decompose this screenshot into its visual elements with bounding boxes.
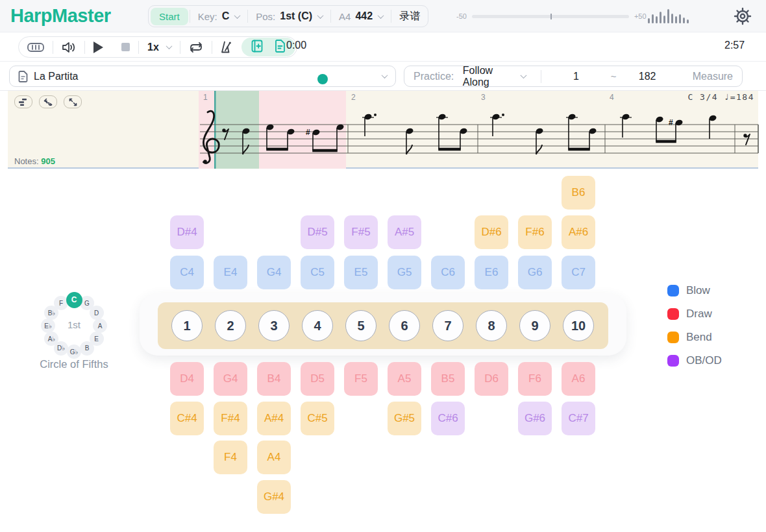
detune-max-label: +50: [634, 12, 647, 20]
tuning-value: 442: [355, 10, 373, 22]
speaker-icon: [62, 42, 76, 53]
legend-item-bend: Bend: [667, 331, 712, 344]
note-cell-C4[interactable]: C4: [170, 256, 204, 289]
record-score-button[interactable]: 录谱: [391, 6, 428, 27]
hole-8[interactable]: 8: [476, 310, 507, 341]
circle-of-fifths-caption: Circle of Fifths: [12, 358, 136, 370]
note-cell-D6[interactable]: D6: [475, 362, 508, 396]
start-button[interactable]: Start: [151, 8, 188, 25]
note-cell-A#4[interactable]: A#4: [257, 402, 291, 435]
sheet-view-button[interactable]: [275, 40, 286, 55]
note-cell-A5[interactable]: A5: [388, 362, 421, 396]
hole-6[interactable]: 6: [389, 310, 420, 341]
cof-key-D[interactable]: D: [90, 306, 104, 320]
measure-to-input[interactable]: 182: [617, 71, 678, 82]
cof-key-A[interactable]: A: [93, 319, 107, 333]
note-cell-G4[interactable]: G4: [214, 362, 247, 396]
header-bar: HarpMaster Start Key: C Pos: 1st (C) A4 …: [0, 0, 766, 32]
note-cell-C6[interactable]: C6: [431, 256, 465, 289]
sheet-document-icon: [275, 40, 286, 53]
hole-5[interactable]: 5: [345, 310, 377, 341]
note-cell-D#6[interactable]: D#6: [475, 215, 508, 249]
blocks-view-button[interactable]: [14, 95, 32, 108]
note-cell-G6[interactable]: G6: [518, 256, 552, 289]
note-cell-F6[interactable]: F6: [518, 362, 552, 396]
note-cell-A#6[interactable]: A#6: [562, 215, 595, 249]
hole-9[interactable]: 9: [519, 310, 550, 341]
note-cell-D4[interactable]: D4: [170, 362, 204, 396]
hole-4[interactable]: 4: [302, 310, 333, 341]
note-cell-G5[interactable]: G5: [388, 256, 421, 289]
hole-3[interactable]: 3: [258, 310, 290, 341]
measure-unit-label: Measure: [693, 71, 733, 82]
expand-button[interactable]: [64, 95, 82, 108]
loop-button[interactable]: [180, 37, 212, 57]
speed-select[interactable]: 1x: [139, 37, 180, 57]
progress-knob[interactable]: [317, 74, 328, 84]
hole-10[interactable]: 10: [563, 310, 594, 341]
note-cell-B4[interactable]: B4: [257, 362, 291, 396]
stop-button[interactable]: [121, 43, 130, 51]
note-cell-C7[interactable]: C7: [562, 256, 595, 289]
metronome-button[interactable]: [212, 37, 240, 57]
legend-item-draw: Draw: [667, 308, 712, 320]
practice-mode-select[interactable]: Follow Along: [463, 65, 520, 88]
song-select[interactable]: La Partita: [9, 66, 396, 87]
note-cell-G#4[interactable]: G#4: [257, 480, 291, 514]
song-title: La Partita: [34, 71, 78, 82]
note-cell-G4[interactable]: G4: [257, 256, 291, 289]
harpmaster-app: HarpMaster Start Key: C Pos: 1st (C) A4 …: [0, 0, 766, 532]
note-cell-F4[interactable]: F4: [214, 441, 247, 474]
play-button[interactable]: [93, 42, 103, 53]
note-cell-G#6[interactable]: G#6: [518, 402, 552, 435]
blocks-view-icon: [19, 99, 28, 106]
cof-key-B[interactable]: B: [80, 341, 94, 356]
note-cell-F5[interactable]: F5: [344, 362, 378, 396]
note-cell-E4[interactable]: E4: [214, 256, 247, 289]
hole-2[interactable]: 2: [215, 310, 246, 341]
measure-from-input[interactable]: 1: [541, 71, 611, 82]
note-cell-C5[interactable]: C5: [301, 256, 334, 289]
cof-key-C[interactable]: C: [66, 292, 82, 308]
note-cell-D#4[interactable]: D#4: [170, 215, 204, 249]
harmonica-view-button[interactable]: [19, 37, 53, 57]
note-cell-B5[interactable]: B5: [431, 362, 465, 396]
note-cell-C#5[interactable]: C#5: [301, 402, 334, 435]
legend-label: Draw: [686, 308, 712, 320]
tuning-select[interactable]: A4 442: [331, 6, 391, 27]
hole-7[interactable]: 7: [432, 310, 463, 341]
document-icon: [18, 71, 28, 82]
chevron-down-icon: [520, 72, 526, 79]
note-cell-F#4[interactable]: F#4: [214, 402, 247, 435]
cof-key-G♭[interactable]: G♭: [67, 345, 81, 359]
volume-button[interactable]: [53, 37, 84, 57]
add-to-songbook-button[interactable]: [251, 40, 263, 55]
harmonica-panel: 1st Circle of Fifths CGDAEBG♭D♭A♭E♭B♭F B…: [0, 170, 766, 532]
repeat-icon: [189, 42, 203, 53]
note-cell-E5[interactable]: E5: [344, 256, 378, 289]
detune-slider-thumb[interactable]: [550, 14, 552, 19]
note-cell-B6[interactable]: B6: [562, 176, 595, 210]
cof-key-E♭[interactable]: E♭: [41, 319, 55, 333]
key-select[interactable]: Key: C: [190, 6, 248, 27]
note-cell-C#4[interactable]: C#4: [170, 402, 204, 435]
note-cell-A4[interactable]: A4: [257, 441, 291, 474]
hole-1[interactable]: 1: [171, 310, 203, 341]
step-navigate-button[interactable]: [39, 95, 57, 108]
note-cell-D5[interactable]: D5: [301, 362, 334, 396]
position-select[interactable]: Pos: 1st (C): [248, 6, 330, 27]
note-cell-D#5[interactable]: D#5: [301, 215, 334, 249]
note-cell-G#5[interactable]: G#5: [388, 402, 421, 435]
note-cell-C#6[interactable]: C#6: [431, 402, 465, 435]
note-cell-E6[interactable]: E6: [475, 256, 508, 289]
measure-range-tilde: ~: [611, 71, 617, 82]
detune-slider[interactable]: [472, 15, 629, 18]
note-cell-F#6[interactable]: F#6: [518, 215, 552, 249]
record-score-label: 录谱: [399, 10, 420, 23]
note-cell-C#7[interactable]: C#7: [562, 402, 595, 435]
note-cell-A#5[interactable]: A#5: [388, 215, 421, 249]
settings-gear-icon[interactable]: [733, 6, 752, 26]
note-cell-A6[interactable]: A6: [562, 362, 595, 396]
practice-settings: Practice: Follow Along 1 ~ 182 Measure: [404, 66, 743, 87]
note-cell-F#5[interactable]: F#5: [344, 215, 378, 249]
